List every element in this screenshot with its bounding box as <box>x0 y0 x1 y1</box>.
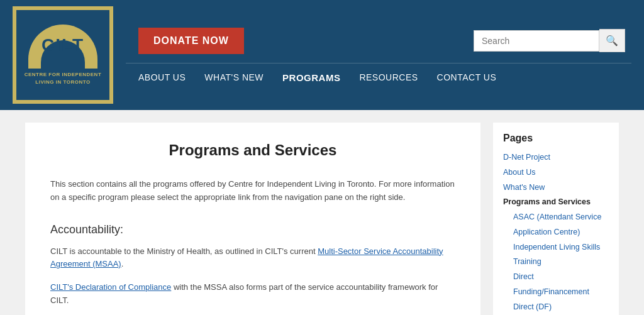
logo: CILT CENTRE FOR INDEPENDENT LIVING IN TO… <box>13 6 113 104</box>
donate-button[interactable]: DONATE NOW <box>138 28 244 54</box>
sidebar-item-asac[interactable]: ASAC (Attendant Service Application Cent… <box>503 210 609 240</box>
nav-resources[interactable]: RESOURCES <box>359 72 418 82</box>
sidebar-title: Pages <box>503 133 609 144</box>
search-input[interactable] <box>474 30 599 52</box>
intro-text: This section contains all the programs o… <box>50 178 455 204</box>
sidebar-item-direct-funding[interactable]: Direct Funding/Financement Direct (DF) <box>503 270 609 314</box>
sidebar: Pages D-Net Project About Us What's New … <box>493 123 619 315</box>
header-top: DONATE NOW 🔍 <box>126 28 631 54</box>
nav-whats-new[interactable]: WHAT'S NEW <box>204 72 264 82</box>
sidebar-box: Pages D-Net Project About Us What's New … <box>493 123 619 315</box>
nav-programs[interactable]: PROGRAMS <box>282 72 340 83</box>
search-button[interactable]: 🔍 <box>599 29 625 52</box>
sidebar-item-whats-new[interactable]: What's New <box>503 180 609 196</box>
compliance-link[interactable]: CILT's Declaration of Compliance <box>50 282 171 292</box>
nav-about-us[interactable]: ABOUT US <box>138 72 186 82</box>
accountability-text-1: CILT is accountable to the Ministry of H… <box>50 246 318 256</box>
nav-contact-us[interactable]: CONTACT US <box>437 72 497 82</box>
main-content: Programs and Services This section conta… <box>0 110 644 315</box>
sidebar-item-about-us[interactable]: About Us <box>503 165 609 180</box>
search-bar: 🔍 <box>474 29 625 52</box>
logo-org-name: CILT <box>42 36 84 57</box>
header-right: DONATE NOW 🔍 ABOUT US WHAT'S NEW PROGRAM… <box>126 28 631 83</box>
sidebar-item-ils[interactable]: Independent Living Skills Training <box>503 240 609 270</box>
accountability-heading: Accountability: <box>50 223 455 236</box>
content-area: Programs and Services This section conta… <box>25 123 480 315</box>
accountability-paragraph-1: CILT is accountable to the Ministry of H… <box>50 245 455 272</box>
accountability-paragraph-2: CILT's Declaration of Compliance with th… <box>50 281 455 307</box>
logo-arch: CILT <box>28 25 97 69</box>
nav-bar: ABOUT US WHAT'S NEW PROGRAMS RESOURCES C… <box>126 63 631 83</box>
page-title: Programs and Services <box>50 141 455 159</box>
logo-subtitle: CENTRE FOR INDEPENDENT LIVING IN TORONTO <box>25 71 102 85</box>
header: CILT CENTRE FOR INDEPENDENT LIVING IN TO… <box>0 0 644 110</box>
sidebar-item-dnet[interactable]: D-Net Project <box>503 150 609 165</box>
sidebar-item-programs[interactable]: Programs and Services <box>503 195 609 210</box>
